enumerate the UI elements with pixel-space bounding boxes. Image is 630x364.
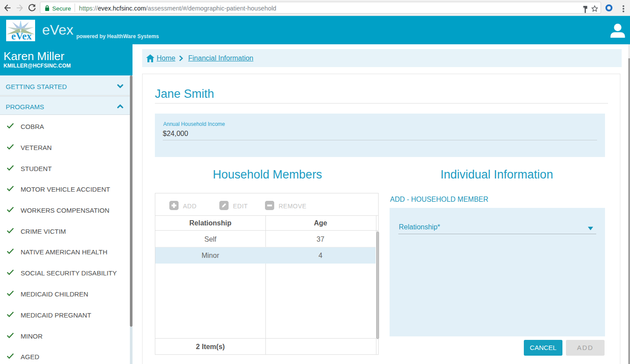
svg-text:eVex: eVex: [11, 31, 32, 41]
